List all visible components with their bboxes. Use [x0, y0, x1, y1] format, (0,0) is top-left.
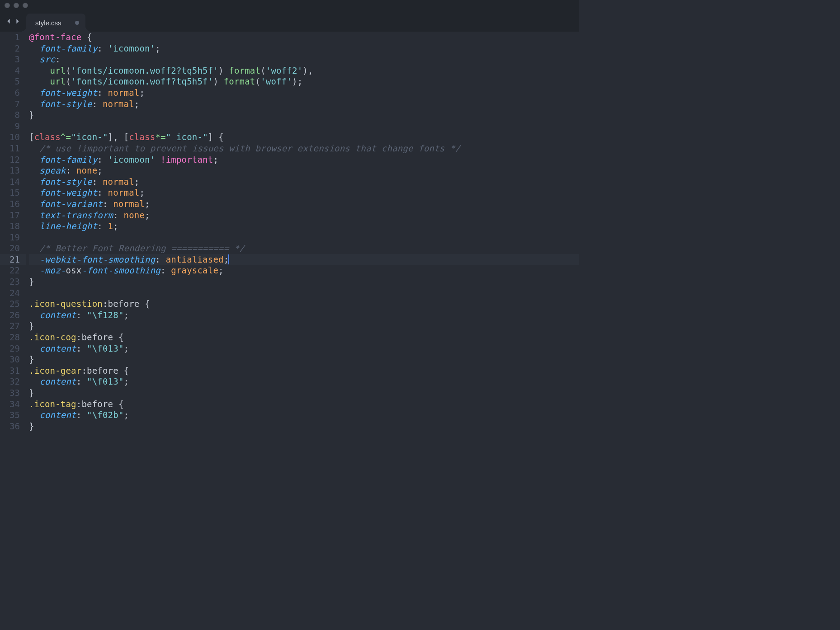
line-number: 21 [0, 254, 26, 265]
line-number: 10 [0, 132, 20, 143]
code-line[interactable]: font-variant: normal; [29, 198, 579, 210]
tab-active[interactable]: style.css [26, 14, 85, 32]
line-number: 15 [0, 187, 20, 198]
code-line[interactable]: } [29, 320, 579, 332]
code-line[interactable]: line-height: 1; [29, 221, 579, 232]
line-number: 32 [0, 376, 20, 387]
code-line[interactable]: .icon-tag:before { [29, 399, 579, 410]
code-line[interactable]: font-style: normal; [29, 99, 579, 110]
line-number: 4 [0, 65, 20, 76]
code-line[interactable] [29, 232, 579, 243]
code-line[interactable]: /* use !important to prevent issues with… [29, 143, 579, 154]
line-number-gutter: 1234567891011121314151617181920212223242… [0, 32, 26, 434]
nav-back-icon[interactable] [5, 18, 12, 24]
nav-forward-icon[interactable] [14, 18, 21, 24]
line-number: 29 [0, 343, 20, 354]
line-number: 11 [0, 143, 20, 154]
code-line[interactable]: -webkit-font-smoothing: antialiased; [29, 254, 579, 265]
line-number: 34 [0, 399, 20, 410]
code-line[interactable]: } [29, 276, 579, 287]
line-number: 26 [0, 310, 20, 321]
traffic-light-close[interactable] [5, 3, 10, 8]
code-line[interactable]: } [29, 421, 579, 432]
line-number: 24 [0, 287, 20, 299]
editor[interactable]: 1234567891011121314151617181920212223242… [0, 32, 579, 434]
line-number: 3 [0, 54, 20, 65]
code-line[interactable]: content: "\f013"; [29, 376, 579, 387]
code-line[interactable] [29, 287, 579, 299]
line-number: 33 [0, 387, 20, 399]
line-number: 30 [0, 354, 20, 365]
code-line[interactable]: } [29, 354, 579, 365]
code-line[interactable]: content: "\f013"; [29, 343, 579, 354]
code-line[interactable]: content: "\f02b"; [29, 409, 579, 421]
code-line[interactable]: -moz-osx-font-smoothing: grayscale; [29, 265, 579, 276]
line-number: 8 [0, 109, 20, 121]
code-line[interactable]: } [29, 387, 579, 399]
line-number: 13 [0, 165, 20, 176]
code-line[interactable]: .icon-cog:before { [29, 332, 579, 343]
line-number: 12 [0, 154, 20, 165]
line-number: 20 [0, 243, 20, 254]
line-number: 22 [0, 265, 20, 276]
line-number: 27 [0, 320, 20, 332]
code-line[interactable]: .icon-question:before { [29, 298, 579, 310]
traffic-light-minimize[interactable] [14, 3, 19, 8]
line-number: 5 [0, 76, 20, 87]
line-number: 2 [0, 43, 20, 54]
code-line[interactable]: } [29, 109, 579, 121]
tab-bar: style.css [0, 11, 579, 32]
line-number: 6 [0, 87, 20, 99]
code-line[interactable]: content: "\f128"; [29, 310, 579, 321]
code-area[interactable]: @font-face { font-family: 'icomoon'; src… [26, 32, 579, 434]
code-line[interactable]: font-weight: normal; [29, 87, 579, 99]
code-line[interactable] [29, 121, 579, 132]
code-line[interactable]: @font-face { [29, 32, 579, 43]
line-number: 7 [0, 99, 20, 110]
code-line[interactable]: text-transform: none; [29, 210, 579, 221]
code-line[interactable]: /* Better Font Rendering =========== */ [29, 243, 579, 254]
window-titlebar [0, 0, 579, 11]
line-number: 23 [0, 276, 20, 287]
line-number: 25 [0, 298, 20, 310]
line-number: 1 [0, 32, 20, 43]
code-line[interactable]: .icon-gear:before { [29, 365, 579, 376]
traffic-light-zoom[interactable] [23, 3, 28, 8]
line-number: 14 [0, 176, 20, 188]
tab-dirty-indicator-icon [75, 21, 79, 25]
line-number: 19 [0, 232, 20, 243]
line-number: 35 [0, 409, 20, 421]
line-number: 28 [0, 332, 20, 343]
code-line[interactable]: url('fonts/icomoon.woff?tq5h5f') format(… [29, 76, 579, 87]
code-line[interactable]: font-style: normal; [29, 176, 579, 188]
line-number: 18 [0, 221, 20, 232]
line-number: 31 [0, 365, 20, 376]
line-number: 16 [0, 198, 20, 210]
line-number: 9 [0, 121, 20, 132]
code-line[interactable]: speak: none; [29, 165, 579, 176]
code-line[interactable]: url('fonts/icomoon.woff2?tq5h5f') format… [29, 65, 579, 76]
code-line[interactable]: font-family: 'icomoon'; [29, 43, 579, 54]
line-number: 17 [0, 210, 20, 221]
code-line[interactable]: src: [29, 54, 579, 65]
code-line[interactable]: [class^="icon-"], [class*=" icon-"] { [29, 132, 579, 143]
tab-filename: style.css [35, 19, 61, 27]
code-line[interactable]: font-family: 'icomoon' !important; [29, 154, 579, 165]
text-cursor [228, 254, 229, 264]
line-number: 36 [0, 421, 20, 432]
code-line[interactable]: font-weight: normal; [29, 187, 579, 198]
